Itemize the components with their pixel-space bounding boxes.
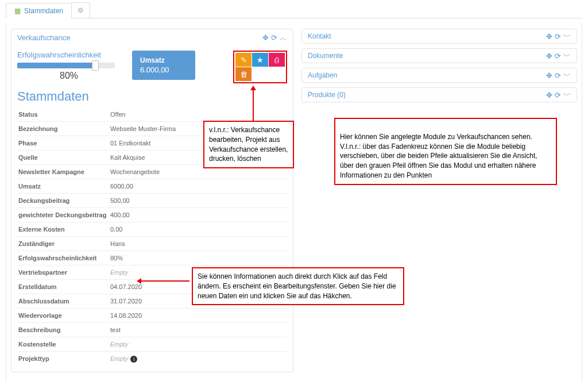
side-module-panel: Kontakt✥⟳﹀: [301, 29, 577, 44]
revenue-box: Umsatz 6.000,00: [132, 51, 195, 80]
info-icon[interactable]: i: [130, 356, 137, 363]
field-value[interactable]: 14.08.2020: [110, 312, 286, 319]
summary-row: Erfolgswahrscheinlichkeit 80% Umsatz 6.0…: [17, 51, 287, 83]
data-row[interactable]: Umsatz6000,00: [17, 179, 287, 193]
refresh-icon[interactable]: ⟳: [271, 34, 277, 41]
annotation-edit: Sie können Informationen auch direkt dur…: [192, 267, 404, 305]
field-label: Deckungsbeitrag: [18, 197, 110, 204]
move-icon[interactable]: ✥: [546, 91, 552, 99]
field-label: Umsatz: [18, 183, 110, 190]
panel-title: Dokumente: [308, 52, 343, 60]
edit-button[interactable]: ✎: [235, 53, 252, 67]
panel-title: Kontakt: [308, 32, 331, 40]
panel-header: Verkaufschance ✥ ⟳ ︿: [11, 29, 293, 46]
panel-title: Aufgaben: [308, 71, 337, 79]
data-row[interactable]: Deckungsbeitrag500,00: [17, 193, 287, 207]
action-button-grid: ✎ ★ ⎙ 🗑: [233, 51, 287, 83]
move-icon[interactable]: ✥: [262, 34, 269, 41]
expand-icon[interactable]: ﹀: [563, 33, 571, 40]
panel-header: Kontakt✥⟳﹀: [302, 29, 577, 43]
field-value[interactable]: 80%: [110, 255, 286, 261]
panel-actions: ✥⟳﹀: [546, 91, 571, 99]
right-column: Kontakt✥⟳﹀Dokumente✥⟳﹀Aufgaben✥⟳﹀Produkt…: [301, 29, 577, 377]
panel-header: Dokumente✥⟳﹀: [302, 49, 577, 63]
pencil-icon: ✎: [241, 56, 247, 64]
tab-bar: ▦ Stammdaten ⚙: [6, 2, 582, 18]
field-label: Phase: [18, 140, 110, 147]
field-value[interactable]: Hans: [110, 240, 286, 247]
field-value[interactable]: 400,00: [110, 211, 286, 218]
annotation-arrow: [253, 89, 254, 121]
data-row[interactable]: gewichteter Deckungsbeitrag400,00: [17, 207, 287, 222]
tab-stammdaten[interactable]: ▦ Stammdaten: [6, 3, 72, 18]
field-value[interactable]: 6000,00: [110, 183, 286, 190]
revenue-value: 6.000,00: [140, 66, 187, 74]
move-icon[interactable]: ✥: [546, 72, 552, 79]
panel-title: Verkaufschance: [17, 33, 71, 42]
expand-icon[interactable]: ﹀: [563, 91, 571, 99]
move-icon[interactable]: ✥: [546, 33, 552, 40]
empty-cell: [252, 67, 268, 81]
field-label: Erfolgswahrscheinlichkeit: [18, 255, 110, 261]
gauge-bar[interactable]: [17, 63, 115, 68]
revenue-label: Umsatz: [140, 56, 187, 64]
panel-header: Aufgaben✥⟳﹀: [302, 68, 577, 82]
section-title: Stammdaten: [17, 89, 287, 104]
gauge-fill: [17, 63, 95, 68]
empty-cell: [269, 67, 285, 81]
data-row[interactable]: Externe Kosten0,00: [17, 222, 287, 236]
panel-actions: ✥⟳﹀: [546, 52, 571, 60]
field-value[interactable]: test: [110, 326, 286, 333]
expand-icon[interactable]: ﹀: [563, 72, 571, 79]
refresh-icon[interactable]: ⟳: [555, 52, 561, 60]
tab-settings[interactable]: ⚙: [71, 2, 90, 18]
move-icon[interactable]: ✥: [546, 52, 552, 60]
probability-gauge: Erfolgswahrscheinlichkeit 80%: [17, 51, 121, 81]
print-icon: ⎙: [274, 56, 279, 64]
data-row[interactable]: Beschreibungtest: [17, 322, 287, 337]
field-label: Zuständiger: [18, 240, 110, 247]
field-value[interactable]: 500,00: [110, 197, 286, 204]
data-row[interactable]: Erfolgswahrscheinlichkeit80%: [17, 251, 287, 265]
panel-verkaufschance: Verkaufschance ✥ ⟳ ︿ Erfolgswahrscheinli…: [11, 29, 293, 372]
tab-label: Stammdaten: [24, 7, 63, 15]
field-value[interactable]: Emptyi: [110, 355, 286, 363]
data-row[interactable]: KostenstelleEmpty: [17, 337, 287, 351]
gauge-knob[interactable]: [92, 60, 99, 71]
delete-button[interactable]: 🗑: [235, 67, 252, 81]
field-value[interactable]: Empty: [110, 341, 286, 348]
field-label: Externe Kosten: [18, 226, 110, 233]
field-label: gewichteter Deckungsbeitrag: [18, 211, 110, 218]
data-row[interactable]: ZuständigerHans: [17, 236, 287, 251]
field-label: Bezeichnung: [18, 125, 110, 132]
panel-actions: ✥⟳﹀: [546, 33, 571, 40]
field-label: Newsletter Kampagne: [18, 168, 110, 175]
field-label: Wiedervorlage: [18, 312, 110, 319]
print-button[interactable]: ⎙: [269, 53, 285, 67]
gear-icon: ⚙: [78, 6, 84, 14]
field-label: Projekttyp: [18, 355, 110, 363]
data-row[interactable]: StatusOffen: [17, 107, 287, 121]
panel-title: Produkte (0): [308, 91, 346, 99]
refresh-icon[interactable]: ⟳: [555, 72, 561, 79]
content: Verkaufschance ✥ ⟳ ︿ Erfolgswahrscheinli…: [6, 23, 582, 381]
gauge-label: Erfolgswahrscheinlichkeit: [17, 51, 121, 59]
star-icon: ★: [257, 56, 264, 64]
refresh-icon[interactable]: ⟳: [555, 91, 561, 99]
collapse-icon[interactable]: ︿: [280, 34, 287, 41]
field-value[interactable]: Offen: [110, 111, 286, 118]
field-label: Beschreibung: [18, 326, 110, 333]
field-value[interactable]: Wochenangebote: [110, 168, 286, 175]
create-project-button[interactable]: ★: [252, 53, 268, 67]
panel-header: Produkte (0)✥⟳﹀: [302, 88, 577, 102]
data-row[interactable]: Wiedervorlage14.08.2020: [17, 308, 287, 322]
annotation-modules: Hier können Sie angelegte Module zu Verk…: [334, 118, 557, 185]
field-label: Kostenstelle: [18, 341, 110, 348]
expand-icon[interactable]: ﹀: [563, 52, 571, 60]
field-value[interactable]: 0,00: [110, 226, 286, 233]
gauge-value: 80%: [17, 71, 121, 81]
annotation-buttons: v.l.n.r.: Verkaufschance bearbeiten, Pro…: [203, 121, 294, 168]
panel-body: Erfolgswahrscheinlichkeit 80% Umsatz 6.0…: [11, 46, 293, 372]
data-row[interactable]: ProjekttypEmptyi: [17, 351, 287, 366]
refresh-icon[interactable]: ⟳: [555, 33, 561, 40]
